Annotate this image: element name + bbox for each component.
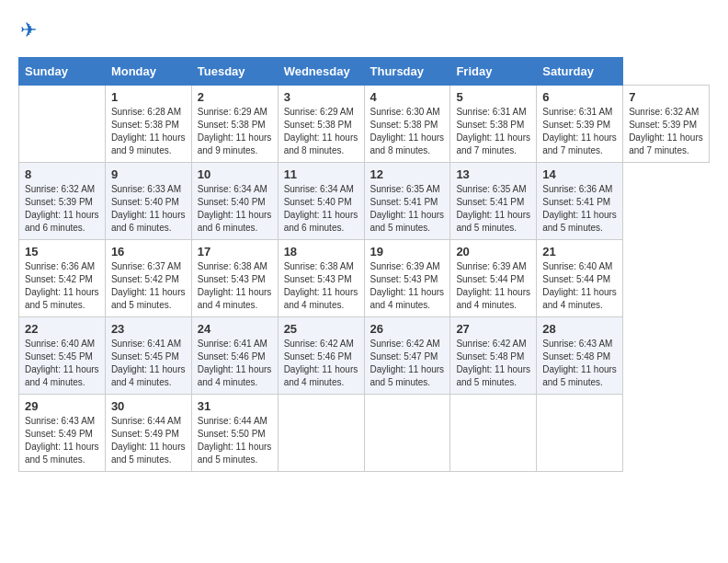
cell-content: Sunrise: 6:40 AM Sunset: 5:45 PM Dayligh… bbox=[25, 338, 99, 389]
calendar-cell: 30 Sunrise: 6:44 AM Sunset: 5:49 PM Dayl… bbox=[105, 395, 191, 472]
sunset-text: Sunset: 5:42 PM bbox=[25, 273, 99, 286]
sunrise-text: Sunrise: 6:40 AM bbox=[542, 260, 617, 273]
page-header: ✈ bbox=[18, 18, 710, 42]
sunset-text: Sunset: 5:44 PM bbox=[456, 273, 530, 286]
sunrise-text: Sunrise: 6:36 AM bbox=[542, 183, 617, 196]
calendar-cell: 31 Sunrise: 6:44 AM Sunset: 5:50 PM Dayl… bbox=[191, 395, 278, 472]
sunset-text: Sunset: 5:49 PM bbox=[111, 428, 186, 441]
calendar-cell: 23 Sunrise: 6:41 AM Sunset: 5:45 PM Dayl… bbox=[105, 317, 191, 395]
daylight-text: Daylight: 11 hours and 5 minutes. bbox=[25, 286, 99, 312]
sunset-text: Sunset: 5:38 PM bbox=[284, 119, 358, 132]
cell-content: Sunrise: 6:43 AM Sunset: 5:49 PM Dayligh… bbox=[25, 415, 99, 466]
daylight-text: Daylight: 11 hours and 9 minutes. bbox=[111, 132, 186, 157]
day-number: 2 bbox=[198, 90, 272, 104]
sunrise-text: Sunrise: 6:44 AM bbox=[111, 415, 186, 428]
calendar-cell: 3 Sunrise: 6:29 AM Sunset: 5:38 PM Dayli… bbox=[278, 86, 364, 163]
day-number: 18 bbox=[284, 245, 358, 259]
calendar-cell: 25 Sunrise: 6:42 AM Sunset: 5:46 PM Dayl… bbox=[278, 317, 364, 395]
day-number: 28 bbox=[542, 322, 617, 336]
calendar-cell: 9 Sunrise: 6:33 AM Sunset: 5:40 PM Dayli… bbox=[105, 163, 191, 240]
cell-content: Sunrise: 6:44 AM Sunset: 5:50 PM Dayligh… bbox=[198, 415, 272, 466]
sunrise-text: Sunrise: 6:43 AM bbox=[25, 415, 99, 428]
daylight-text: Daylight: 11 hours and 4 minutes. bbox=[198, 363, 272, 389]
sunrise-text: Sunrise: 6:40 AM bbox=[25, 338, 99, 350]
calendar-header-row: SundayMondayTuesdayWednesdayThursdayFrid… bbox=[19, 58, 710, 86]
calendar-week-row: 1 Sunrise: 6:28 AM Sunset: 5:38 PM Dayli… bbox=[19, 86, 710, 163]
calendar-cell: 4 Sunrise: 6:30 AM Sunset: 5:38 PM Dayli… bbox=[364, 86, 450, 163]
daylight-text: Daylight: 11 hours and 4 minutes. bbox=[198, 286, 272, 312]
daylight-text: Daylight: 11 hours and 9 minutes. bbox=[198, 132, 272, 157]
daylight-text: Daylight: 11 hours and 5 minutes. bbox=[542, 209, 617, 235]
sunset-text: Sunset: 5:43 PM bbox=[198, 273, 272, 286]
calendar-cell: 26 Sunrise: 6:42 AM Sunset: 5:47 PM Dayl… bbox=[364, 317, 450, 395]
calendar-cell: 28 Sunrise: 6:43 AM Sunset: 5:48 PM Dayl… bbox=[537, 317, 623, 395]
calendar-cell: 24 Sunrise: 6:41 AM Sunset: 5:46 PM Dayl… bbox=[191, 317, 278, 395]
sunrise-text: Sunrise: 6:29 AM bbox=[198, 106, 272, 119]
daylight-text: Daylight: 11 hours and 7 minutes. bbox=[542, 132, 617, 157]
cell-content: Sunrise: 6:40 AM Sunset: 5:44 PM Dayligh… bbox=[542, 260, 617, 312]
day-number: 26 bbox=[370, 322, 445, 336]
cell-content: Sunrise: 6:43 AM Sunset: 5:48 PM Dayligh… bbox=[542, 338, 617, 389]
sunset-text: Sunset: 5:50 PM bbox=[198, 428, 272, 441]
sunrise-text: Sunrise: 6:32 AM bbox=[629, 106, 703, 119]
day-number: 11 bbox=[284, 167, 358, 181]
sunrise-text: Sunrise: 6:38 AM bbox=[284, 260, 358, 273]
sunrise-text: Sunrise: 6:41 AM bbox=[198, 338, 272, 350]
calendar-cell: 15 Sunrise: 6:36 AM Sunset: 5:42 PM Dayl… bbox=[19, 240, 106, 317]
sunrise-text: Sunrise: 6:34 AM bbox=[198, 183, 272, 196]
day-number: 21 bbox=[542, 245, 617, 259]
sunrise-text: Sunrise: 6:42 AM bbox=[370, 338, 445, 350]
calendar-day-header: Saturday bbox=[537, 58, 623, 86]
logo: ✈ bbox=[18, 18, 37, 42]
daylight-text: Daylight: 11 hours and 5 minutes. bbox=[456, 363, 530, 389]
day-number: 30 bbox=[111, 399, 186, 413]
cell-content: Sunrise: 6:36 AM Sunset: 5:42 PM Dayligh… bbox=[25, 260, 99, 312]
day-number: 19 bbox=[370, 245, 445, 259]
cell-content: Sunrise: 6:32 AM Sunset: 5:39 PM Dayligh… bbox=[629, 106, 703, 157]
cell-content: Sunrise: 6:38 AM Sunset: 5:43 PM Dayligh… bbox=[198, 260, 272, 312]
sunrise-text: Sunrise: 6:41 AM bbox=[111, 338, 186, 350]
cell-content: Sunrise: 6:39 AM Sunset: 5:43 PM Dayligh… bbox=[370, 260, 445, 312]
cell-content: Sunrise: 6:30 AM Sunset: 5:38 PM Dayligh… bbox=[370, 106, 445, 157]
cell-content: Sunrise: 6:31 AM Sunset: 5:39 PM Dayligh… bbox=[542, 106, 617, 157]
sunset-text: Sunset: 5:48 PM bbox=[456, 350, 530, 363]
cell-content: Sunrise: 6:42 AM Sunset: 5:48 PM Dayligh… bbox=[456, 338, 530, 389]
daylight-text: Daylight: 11 hours and 8 minutes. bbox=[370, 132, 445, 157]
calendar-day-header: Monday bbox=[105, 58, 191, 86]
sunset-text: Sunset: 5:39 PM bbox=[542, 119, 617, 132]
daylight-text: Daylight: 11 hours and 6 minutes. bbox=[284, 209, 358, 235]
calendar-day-header: Sunday bbox=[19, 58, 106, 86]
calendar-day-header: Thursday bbox=[364, 58, 450, 86]
logo-icon: ✈ bbox=[20, 18, 37, 42]
day-number: 8 bbox=[25, 167, 99, 181]
cell-content: Sunrise: 6:36 AM Sunset: 5:41 PM Dayligh… bbox=[542, 183, 617, 235]
cell-content: Sunrise: 6:29 AM Sunset: 5:38 PM Dayligh… bbox=[284, 106, 358, 157]
calendar-cell: 7 Sunrise: 6:32 AM Sunset: 5:39 PM Dayli… bbox=[623, 86, 710, 163]
sunrise-text: Sunrise: 6:37 AM bbox=[111, 260, 186, 273]
sunrise-text: Sunrise: 6:35 AM bbox=[370, 183, 445, 196]
cell-content: Sunrise: 6:42 AM Sunset: 5:46 PM Dayligh… bbox=[284, 338, 358, 389]
sunset-text: Sunset: 5:40 PM bbox=[284, 196, 358, 209]
calendar-cell: 18 Sunrise: 6:38 AM Sunset: 5:43 PM Dayl… bbox=[278, 240, 364, 317]
calendar-cell: 10 Sunrise: 6:34 AM Sunset: 5:40 PM Dayl… bbox=[191, 163, 278, 240]
cell-content: Sunrise: 6:41 AM Sunset: 5:46 PM Dayligh… bbox=[198, 338, 272, 389]
sunset-text: Sunset: 5:38 PM bbox=[456, 119, 530, 132]
sunset-text: Sunset: 5:47 PM bbox=[370, 350, 445, 363]
calendar-cell bbox=[278, 395, 364, 472]
sunset-text: Sunset: 5:42 PM bbox=[111, 273, 186, 286]
calendar-cell: 19 Sunrise: 6:39 AM Sunset: 5:43 PM Dayl… bbox=[364, 240, 450, 317]
daylight-text: Daylight: 11 hours and 5 minutes. bbox=[111, 286, 186, 312]
daylight-text: Daylight: 11 hours and 5 minutes. bbox=[456, 209, 530, 235]
daylight-text: Daylight: 11 hours and 6 minutes. bbox=[198, 209, 272, 235]
sunrise-text: Sunrise: 6:44 AM bbox=[198, 415, 272, 428]
calendar-table: SundayMondayTuesdayWednesdayThursdayFrid… bbox=[18, 57, 710, 472]
day-number: 23 bbox=[111, 322, 186, 336]
calendar-cell: 5 Sunrise: 6:31 AM Sunset: 5:38 PM Dayli… bbox=[450, 86, 537, 163]
daylight-text: Daylight: 11 hours and 4 minutes. bbox=[370, 286, 445, 312]
day-number: 14 bbox=[542, 167, 617, 181]
calendar-cell: 1 Sunrise: 6:28 AM Sunset: 5:38 PM Dayli… bbox=[105, 86, 191, 163]
daylight-text: Daylight: 11 hours and 5 minutes. bbox=[542, 363, 617, 389]
calendar-day-header: Friday bbox=[450, 58, 537, 86]
sunset-text: Sunset: 5:45 PM bbox=[25, 350, 99, 363]
sunrise-text: Sunrise: 6:28 AM bbox=[111, 106, 186, 119]
